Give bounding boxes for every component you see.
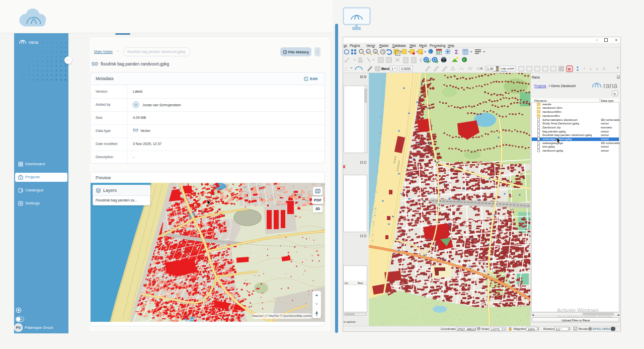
svg-text:≡: ≡ xyxy=(480,66,483,71)
svg-text:+: + xyxy=(436,60,438,63)
svg-text:M: M xyxy=(568,67,571,71)
svg-text:⋮: ⋮ xyxy=(344,67,348,71)
svg-text:Σ: Σ xyxy=(602,66,606,71)
svg-text:≥: ≥ xyxy=(596,67,598,71)
svg-text:+: + xyxy=(428,60,429,63)
svg-text:1.00: 1.00 xyxy=(487,67,494,71)
svg-text:»: » xyxy=(617,66,619,69)
svg-text:≤: ≤ xyxy=(590,67,592,71)
svg-text:rana: rana xyxy=(603,82,617,90)
svg-text:▲: ▲ xyxy=(374,50,377,53)
svg-text:Σ: Σ xyxy=(455,49,458,55)
svg-text:map units: map units xyxy=(501,67,513,70)
svg-text:1: 1 xyxy=(391,67,393,71)
svg-text:Band: Band xyxy=(381,67,389,71)
svg-text:i: i xyxy=(463,58,464,61)
svg-text:f: f xyxy=(584,67,585,71)
svg-text:0.0000: 0.0000 xyxy=(401,67,411,71)
svg-text:+: + xyxy=(367,50,369,53)
